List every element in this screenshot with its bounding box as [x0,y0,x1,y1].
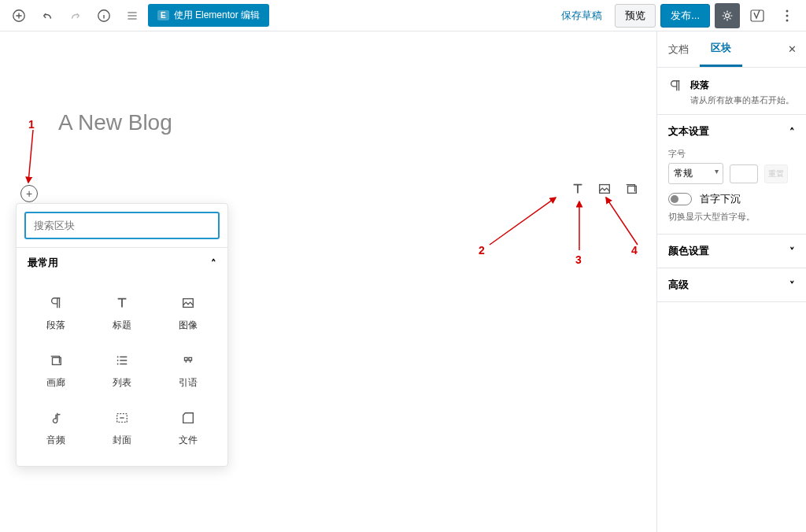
svg-point-11 [117,364,119,365]
section-text-header[interactable]: 文本设置 ˄ [657,115,806,148]
editor-canvas: A New Blog + 最常用 ˄ 段落 标题 图像 画廊 列表 引语 音频 … [0,31,656,532]
block-image[interactable]: 图像 [155,283,221,340]
chevron-down-icon: ˅ [789,279,795,291]
chevron-up-icon: ˄ [211,257,216,269]
add-block-toolbar-button[interactable] [6,3,31,28]
annotation-arrow-1 [24,126,39,189]
annotation-3: 3 [575,253,582,266]
section-advanced: 高级 ˅ [657,268,806,302]
font-size-reset-button[interactable]: 重置 [764,164,788,183]
file-icon [179,408,198,427]
block-heading[interactable]: 标题 [89,283,155,340]
block-info-title: 段落 [690,79,794,92]
image-icon [179,294,198,312]
block-list[interactable]: 列表 [89,340,155,397]
settings-sidebar: 文档 区块 ✕ 段落 请从所有故事的基石开始。 文本设置 ˄ 字号 常规 重置 [656,31,806,532]
block-gallery[interactable]: 画廊 [23,340,89,397]
inline-block-shortcuts [570,181,639,197]
block-quote[interactable]: 引语 [155,340,221,397]
annotation-arrow-2 [486,193,561,248]
elementor-edit-button[interactable]: E使用 Elementor 编辑 [148,4,269,27]
section-advanced-header[interactable]: 高级 ˅ [657,268,806,301]
quote-icon [179,351,198,370]
svg-point-5 [786,14,789,17]
heading-icon [113,294,131,312]
section-color-settings: 颜色设置 ˅ [657,235,806,268]
annotation-4: 4 [631,244,638,257]
post-title[interactable]: A New Blog [58,110,609,135]
block-paragraph[interactable]: 段落 [23,283,89,340]
sidebar-tabs: 文档 区块 ✕ [657,31,806,68]
font-size-custom-input[interactable] [730,164,758,183]
svg-point-6 [786,19,789,21]
block-inserter-panel: 最常用 ˄ 段落 标题 图像 画廊 列表 引语 音频 封面 文件 [16,203,228,467]
dropcap-toggle[interactable] [668,193,692,205]
cover-icon [113,408,131,427]
publish-button[interactable]: 发布... [660,4,710,28]
block-cover[interactable]: 封面 [89,397,155,455]
block-search-input[interactable] [24,212,220,239]
dropcap-label: 首字下沉 [700,192,741,206]
chevron-down-icon: ˅ [789,246,795,257]
sidebar-block-info: 段落 请从所有故事的基石开始。 [657,68,806,115]
shortcut-heading[interactable] [570,181,586,197]
block-file[interactable]: 文件 [155,397,221,455]
section-text-settings: 文本设置 ˄ 字号 常规 重置 首字下沉 切换显示大型首字母。 [657,115,806,235]
undo-button[interactable] [35,3,60,28]
block-info-desc: 请从所有故事的基石开始。 [690,94,794,106]
audio-icon [46,408,65,427]
sidebar-close-button[interactable]: ✕ [778,34,806,65]
toolbar-right: 保存草稿 预览 发布... [553,3,800,28]
top-toolbar: E使用 Elementor 编辑 保存草稿 预览 发布... [0,0,806,31]
annotation-arrow-3 [575,198,584,253]
preview-button[interactable]: 预览 [615,4,656,28]
block-audio[interactable]: 音频 [23,397,89,455]
block-section-label: 最常用 [28,256,58,270]
info-button[interactable] [91,3,116,28]
save-draft-button[interactable]: 保存草稿 [553,4,610,28]
paragraph-icon [668,79,682,106]
tab-document[interactable]: 文档 [657,33,700,66]
yoast-button[interactable] [745,3,770,28]
toolbar-left: E使用 Elementor 编辑 [6,3,269,28]
paragraph-icon [46,294,65,312]
gallery-icon [46,351,65,370]
tab-block[interactable]: 区块 [700,31,742,67]
svg-point-9 [117,357,119,358]
dropcap-hint: 切换显示大型首字母。 [668,211,795,223]
chevron-up-icon: ˄ [789,126,795,138]
more-menu-button[interactable] [775,3,800,28]
block-search-wrap [17,204,227,247]
outline-button[interactable] [120,3,145,28]
svg-point-4 [786,9,789,12]
font-size-label: 字号 [668,148,795,160]
settings-button[interactable] [715,3,740,28]
list-icon [113,351,131,370]
section-color-header[interactable]: 颜色设置 ˅ [657,235,806,268]
annotation-2: 2 [479,244,485,257]
shortcut-image[interactable] [597,181,612,197]
redo-button[interactable] [63,3,88,28]
elementor-badge: E [157,10,169,20]
shortcut-gallery[interactable] [623,181,639,197]
add-block-inline-button[interactable]: + [20,185,38,202]
font-size-select[interactable]: 常规 [668,163,723,184]
svg-point-2 [726,13,730,17]
elementor-label: 使用 Elementor 编辑 [174,9,260,22]
annotation-arrow-4 [603,193,642,248]
block-grid: 段落 标题 图像 画廊 列表 引语 音频 封面 文件 [17,278,227,466]
annotation-1: 1 [28,118,35,131]
svg-point-10 [117,360,119,361]
block-section-common[interactable]: 最常用 ˄ [17,247,227,278]
